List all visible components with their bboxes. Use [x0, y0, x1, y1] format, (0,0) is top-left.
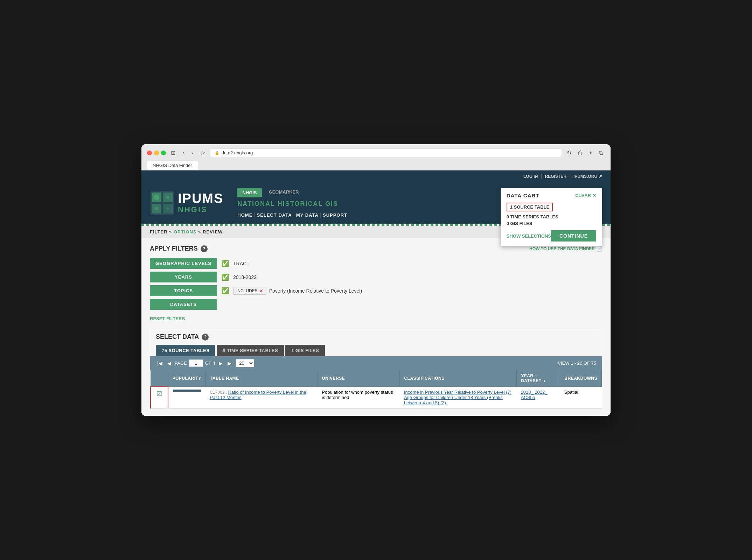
site-wrapper: LOG IN | REGISTER | IPUMS.ORG ↗ [141, 170, 611, 416]
how-to-link[interactable]: HOW TO USE THE DATA FINDER 📄 [529, 246, 602, 252]
forward-button[interactable]: › [189, 149, 195, 157]
col-select [151, 370, 168, 387]
first-page-button[interactable]: |◀ [156, 360, 164, 367]
back-button[interactable]: ‹ [180, 149, 186, 157]
data-table: POPULARITY TABLE NAME UNIVERSE CLASSIFIC… [150, 370, 602, 408]
per-page-select[interactable]: 20 50 100 [236, 359, 254, 367]
logo-ipums: IPUMS [178, 192, 223, 205]
nav-support[interactable]: SUPPORT [323, 212, 347, 218]
col-table-name: TABLE NAME [206, 370, 318, 387]
maximize-button[interactable] [161, 150, 166, 155]
apply-filters-section: APPLY FILTERS ? HOW TO USE THE DATA FIND… [150, 245, 602, 322]
next-page-button[interactable]: ▶ [217, 360, 224, 367]
row-checkbox-cell[interactable]: ☑ [151, 387, 168, 408]
traffic-lights [147, 150, 166, 155]
sidebar-toggle[interactable]: ⊞ [169, 149, 177, 157]
year-dataset-link[interactable]: 2018_ 2022_ ACS5a [521, 390, 548, 400]
nav-home[interactable]: HOME [237, 212, 252, 218]
classification-link-2[interactable]: Age Groups for Children Under 18 Years (… [404, 395, 503, 405]
svg-point-5 [154, 195, 159, 200]
pdf-icon: 📄 [596, 246, 602, 252]
row-universe: Population for whom poverty status is de… [318, 387, 400, 408]
tab-nhgis[interactable]: NHGIS [237, 188, 262, 197]
topics-value: INCLUDES ✕ Poverty (Income Relative to P… [233, 287, 602, 295]
cart-time-series: 0 TIME SERIES TABLES [507, 214, 596, 220]
clear-cart-button[interactable]: CLEAR ✕ [575, 193, 596, 198]
site-header: IPUMS NHGIS NHGIS GEOMARKER NATIONAL HIS… [141, 182, 611, 224]
product-title: NATIONAL HISTORICAL GIS [237, 200, 347, 208]
top-nav: LOG IN | REGISTER | IPUMS.ORG ↗ [141, 170, 611, 182]
minimize-button[interactable] [154, 150, 159, 155]
reset-filters-link[interactable]: RESET FILTERS [150, 316, 185, 321]
pagination-bar: |◀ ◀ PAGE 1 OF 4 ▶ ▶| 20 50 100 VIEW 1 -… [150, 356, 602, 370]
logo-nhgis: NHGIS [178, 205, 223, 214]
tab-source-tables[interactable]: 75 SOURCE TABLES [156, 345, 215, 356]
years-value: 2018-2022 [233, 274, 602, 280]
datasets-button[interactable]: DATASETS [150, 299, 217, 310]
content-area: APPLY FILTERS ? HOW TO USE THE DATA FIND… [141, 238, 611, 416]
breadcrumb-sep2: » [198, 229, 203, 234]
svg-point-7 [155, 207, 158, 210]
table-header: POPULARITY TABLE NAME UNIVERSE CLASSIFIC… [151, 370, 602, 387]
checkbox-checked-icon[interactable]: ☑ [156, 390, 162, 397]
breadcrumb-sep1: » [169, 229, 174, 234]
ipums-link[interactable]: IPUMS.ORG ↗ [573, 174, 602, 179]
breadcrumb-options[interactable]: OPTIONS [174, 229, 197, 234]
nav-select[interactable]: SELECT DATA [257, 212, 292, 218]
apply-filters-label: APPLY FILTERS [150, 245, 198, 252]
breadcrumb-review[interactable]: REVIEW [203, 229, 223, 234]
lock-icon: 🔒 [215, 150, 220, 155]
geo-levels-button[interactable]: GEOGRAPHIC LEVELS [150, 258, 217, 269]
table-row: ☑ C17002 . Ratio of Income to Poverty Le… [151, 387, 602, 408]
close-button[interactable] [147, 150, 152, 155]
share-button[interactable]: ⎙ [576, 149, 584, 157]
page-number-input[interactable]: 1 [189, 359, 203, 367]
remove-topic-button[interactable]: ✕ [259, 288, 263, 294]
row-breakdowns: Spatial [560, 387, 602, 408]
show-selections-link[interactable]: SHOW SELECTIONS [507, 233, 551, 239]
select-data-help-icon[interactable]: ? [202, 334, 209, 341]
data-cart-title: DATA CART [507, 192, 539, 198]
select-data-title: SELECT DATA [156, 333, 199, 341]
continue-button[interactable]: CONTINUE [551, 230, 596, 241]
active-tab[interactable]: NHGIS Data Finder [147, 161, 198, 170]
includes-tag: INCLUDES ✕ [233, 287, 266, 295]
geo-value: TRACT [233, 261, 602, 266]
tab-time-series[interactable]: 8 TIME SERIES TABLES [217, 345, 284, 356]
product-tabs: NHGIS GEOMARKER [237, 188, 347, 197]
years-check-icon: ✅ [221, 273, 229, 281]
breadcrumb-filter[interactable]: FILTER [150, 229, 168, 234]
table-body: ☑ C17002 . Ratio of Income to Poverty Le… [151, 387, 602, 408]
col-year-dataset[interactable]: YEAR - DATASET ▲ [517, 370, 560, 387]
bookmark-button[interactable]: ☆ [198, 149, 207, 157]
sort-icon: ▲ [543, 379, 546, 383]
how-to-text: HOW TO USE THE DATA FINDER [529, 246, 595, 251]
tabs-button[interactable]: ⧉ [597, 149, 605, 157]
browser-controls: ⊞ ‹ › ☆ 🔒 data2.nhgis.org ↻ ⎙ + ⧉ [147, 148, 605, 157]
table-code: C17002 . [210, 390, 228, 395]
register-link[interactable]: REGISTER [545, 174, 566, 179]
new-tab-button[interactable]: + [587, 149, 594, 157]
page-label: PAGE [175, 360, 187, 366]
external-icon: ↗ [599, 174, 602, 179]
filters-grid: GEOGRAPHIC LEVELS ✅ TRACT YEARS ✅ 2018-2… [150, 258, 602, 310]
login-link[interactable]: LOG IN [523, 174, 538, 179]
tab-gis-files[interactable]: 1 GIS FILES [285, 345, 325, 356]
address-bar[interactable]: 🔒 data2.nhgis.org [210, 148, 562, 157]
classification-link-1[interactable]: Income in Previous Year Relative to Pove… [404, 390, 511, 395]
reload-button[interactable]: ↻ [565, 149, 573, 157]
sep2: | [569, 173, 571, 180]
nav-mydata[interactable]: MY DATA [296, 212, 319, 218]
browser-chrome: ⊞ ‹ › ☆ 🔒 data2.nhgis.org ↻ ⎙ + ⧉ NHGIS … [141, 144, 611, 170]
logo-area: IPUMS NHGIS [150, 191, 223, 215]
popularity-bar [173, 390, 201, 392]
tab-geomarker[interactable]: GEOMARKER [265, 188, 303, 197]
topics-button[interactable]: TOPICS [150, 285, 217, 296]
years-button[interactable]: YEARS [150, 272, 217, 282]
last-page-button[interactable]: ▶| [226, 360, 234, 367]
svg-point-8 [167, 208, 169, 210]
url-text: data2.nhgis.org [222, 150, 253, 155]
help-icon[interactable]: ? [201, 245, 208, 252]
prev-page-button[interactable]: ◀ [166, 360, 173, 367]
row-popularity [168, 387, 206, 408]
